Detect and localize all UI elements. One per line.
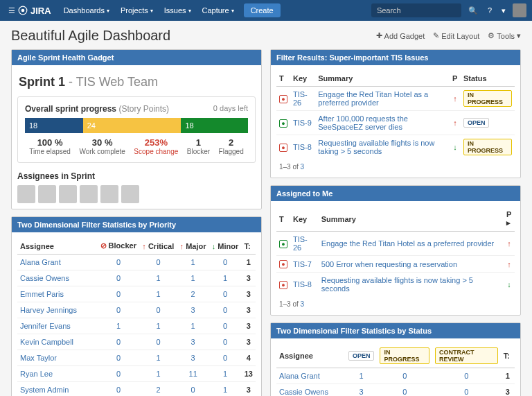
assignee-link[interactable]: Cassie Owens: [17, 270, 98, 286]
edit-layout-button[interactable]: ✎ Edit Layout: [433, 31, 479, 40]
create-button[interactable]: Create: [244, 3, 281, 17]
issue-summary-link[interactable]: Engage the Red Titan Hotel as a preferre…: [319, 232, 504, 256]
issue-type-icon: ●: [279, 119, 287, 128]
table-row: Jennifer Evans11103: [17, 318, 256, 334]
assignee-link[interactable]: Max Taylor: [17, 350, 98, 366]
status-badge: IN PROGRESS: [463, 139, 512, 155]
status-open-header[interactable]: OPEN: [348, 351, 375, 361]
issue-summary-link[interactable]: Engage the Red Titan Hotel as a preferre…: [315, 87, 450, 111]
assignee-link[interactable]: Emmet Paris: [17, 286, 98, 302]
assignee-link[interactable]: Cassie Owens: [276, 384, 346, 397]
gadget-title: Filter Results: Super-important TIS Issu…: [276, 53, 428, 62]
blocker-icon: ⊘: [100, 241, 107, 250]
issue-key-link[interactable]: TIS-26: [290, 87, 315, 111]
user-avatar[interactable]: [513, 3, 526, 17]
issue-key-link[interactable]: TIS-26: [290, 232, 319, 256]
priority-icon: ↓: [504, 273, 515, 297]
assignee-link[interactable]: Ryan Lee: [17, 366, 98, 382]
sprint-name: Sprint 1: [19, 75, 65, 89]
assignee-link[interactable]: System Admin: [17, 382, 98, 397]
priority-stats-gadget: Two Dimensional Filter Statistics by Pri…: [11, 216, 262, 396]
chevron-down-icon[interactable]: ▾: [499, 6, 508, 15]
issue-type-icon: ●: [279, 144, 287, 152]
page-header: Beautiful Agile Dashboard ✚ Add Gadget ✎…: [11, 28, 521, 44]
issue-row: ●TIS-26Engage the Red Titan Hotel as a p…: [276, 232, 515, 256]
issue-row: ●TIS-26Engage the Red Titan Hotel as a p…: [276, 87, 515, 111]
assignee-avatar[interactable]: [80, 185, 98, 203]
critical-icon: ↑: [142, 242, 146, 250]
progress-segment: 18: [181, 118, 248, 133]
progress-stat: 30 %Work complete: [79, 137, 125, 155]
table-row: Cassie Owens01113: [17, 270, 256, 286]
progress-segment: 18: [25, 118, 83, 133]
issue-key-link[interactable]: TIS-8: [290, 135, 315, 160]
gadget-title: Two Dimensional Filter Statistics by Sta…: [276, 327, 432, 335]
assignee-avatar[interactable]: [38, 185, 56, 203]
table-row: Max Taylor01304: [17, 350, 256, 366]
status-contract-header[interactable]: CONTRACT REVIEW: [435, 347, 498, 364]
status-badge: OPEN: [463, 118, 490, 128]
priority-icon: ↑: [504, 232, 515, 256]
assigned-to-me-gadget: Assigned to Me T Key Summary P ▸ ●TIS-26…: [270, 185, 521, 316]
nav-item[interactable]: Capture▾: [197, 0, 240, 21]
assignees-label: Assignees in Sprint: [17, 171, 256, 181]
progress-bar: 182418: [25, 118, 248, 133]
assignee-link[interactable]: Alana Grant: [276, 368, 346, 384]
assignee-link[interactable]: Kevin Campbell: [17, 334, 98, 350]
table-row: Harvey Jennings00303: [17, 302, 256, 318]
nav-item[interactable]: Issues▾: [159, 0, 197, 21]
tools-button[interactable]: ⚙ Tools ▾: [488, 31, 521, 40]
sprint-health-gadget: Agile Sprint Health Gadget Sprint 1 - TI…: [11, 49, 262, 209]
days-left: 0 days left: [213, 104, 248, 114]
issue-summary-link[interactable]: Requesting available flights is now taki…: [315, 135, 450, 160]
assignee-link[interactable]: Jennifer Evans: [17, 318, 98, 334]
issue-summary-link[interactable]: Requesting available flights is now taki…: [319, 273, 504, 297]
assignee-avatar[interactable]: [59, 185, 77, 203]
issue-key-link[interactable]: TIS-8: [290, 273, 319, 297]
issue-type-icon: ●: [279, 240, 287, 248]
nav-item[interactable]: Dashboards▾: [58, 0, 115, 21]
issue-key-link[interactable]: TIS-9: [290, 111, 315, 135]
logo-text: JIRA: [30, 6, 51, 16]
table-row: Ryan Lee0111113: [17, 366, 256, 382]
issue-type-icon: ●: [279, 95, 287, 103]
help-icon[interactable]: ?: [485, 6, 495, 15]
issue-type-icon: ●: [279, 281, 287, 289]
assignee-avatar[interactable]: [121, 185, 139, 203]
assignee-link[interactable]: Harvey Jennings: [17, 302, 98, 318]
nav-item[interactable]: Projects▾: [115, 0, 159, 21]
logo[interactable]: JIRA: [18, 6, 51, 16]
table-row: System Admin02013: [17, 382, 256, 397]
gadget-title: Assigned to Me: [276, 189, 332, 198]
priority-icon: ↓: [450, 135, 461, 160]
status-stats-gadget: Two Dimensional Filter Statistics by Sta…: [270, 322, 521, 396]
major-icon: ↑: [180, 242, 184, 250]
issue-summary-link[interactable]: After 100,000 requests the SeeSpaceEZ se…: [315, 111, 450, 135]
search-icon[interactable]: 🔍: [466, 6, 481, 15]
search-input[interactable]: [371, 3, 461, 17]
page-title: Beautiful Agile Dashboard: [11, 28, 170, 44]
add-gadget-button[interactable]: ✚ Add Gadget: [376, 31, 425, 40]
menu-icon[interactable]: ☰: [6, 6, 18, 15]
gadget-title: Agile Sprint Health Gadget: [17, 53, 114, 62]
issue-row: ●TIS-9After 100,000 requests the SeeSpac…: [276, 111, 515, 135]
priority-icon: ↑: [450, 111, 461, 135]
status-progress-header[interactable]: IN PROGRESS: [380, 347, 429, 364]
priority-icon: ↑: [504, 256, 515, 273]
issue-row: ●TIS-7500 Error when requesting a reserv…: [276, 256, 515, 273]
issue-summary-link[interactable]: 500 Error when requesting a reservation: [319, 256, 504, 273]
progress-stat: 253%Scope change: [134, 137, 178, 155]
issue-key-link[interactable]: TIS-7: [290, 256, 319, 273]
issue-row: ●TIS-8Requesting available flights is no…: [276, 273, 515, 297]
progress-stat: 2Flagged: [219, 137, 244, 155]
assignee-avatar[interactable]: [100, 185, 118, 203]
progress-segment: 24: [83, 118, 181, 133]
status-badge: IN PROGRESS: [463, 90, 512, 107]
progress-stat: 1Blocker: [187, 137, 210, 155]
table-row: Cassie Owens3003: [276, 384, 515, 397]
col-assignee[interactable]: Assignee: [17, 238, 98, 255]
assignee-avatar[interactable]: [17, 185, 35, 203]
minor-icon: ↓: [212, 242, 216, 250]
priority-icon: ↑: [450, 87, 461, 111]
assignee-link[interactable]: Alana Grant: [17, 255, 98, 270]
